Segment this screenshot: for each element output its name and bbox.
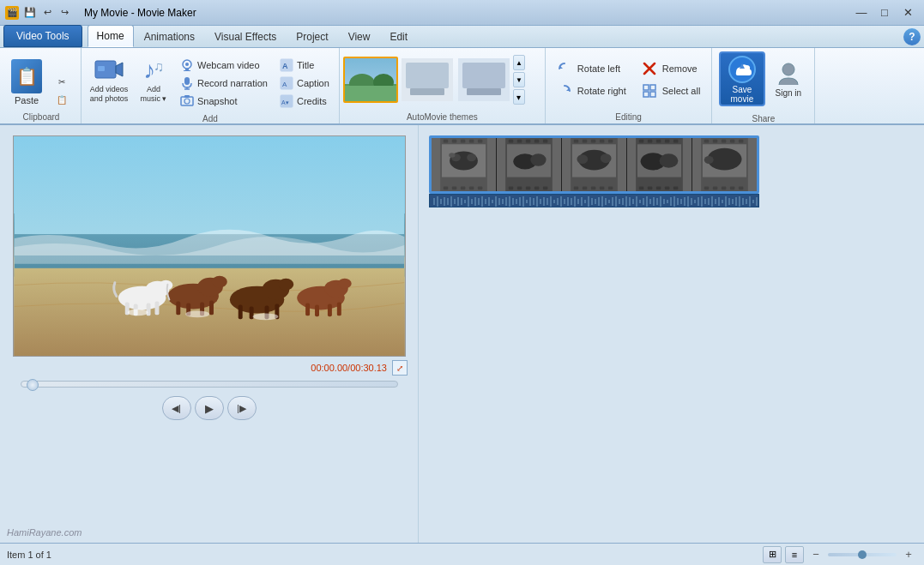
video-strip[interactable] — [429, 135, 759, 194]
svg-rect-119 — [591, 187, 595, 190]
status-item-count: Item 1 of 1 — [7, 550, 51, 560]
maximize-button[interactable]: □ — [873, 4, 896, 21]
caption-button[interactable]: A Caption — [275, 75, 334, 92]
close-button[interactable]: ✕ — [897, 4, 919, 21]
add-section-label: Add — [87, 111, 334, 123]
svg-rect-102 — [509, 187, 513, 190]
record-narration-button[interactable]: Record narration — [176, 75, 272, 92]
svg-rect-118 — [583, 187, 587, 190]
sign-in-button[interactable]: Sign in — [769, 51, 808, 106]
tab-animations[interactable]: Animations — [135, 26, 204, 47]
scrubber-bar[interactable] — [21, 381, 398, 388]
svg-rect-134 — [665, 187, 669, 190]
zoom-thumb[interactable] — [858, 550, 867, 559]
svg-rect-141 — [713, 140, 717, 143]
save-movie-button[interactable]: Save movie — [719, 51, 765, 106]
title-button[interactable]: A Title — [275, 57, 334, 74]
main-content: 00:00.00/00:30.13 ⤢ ◀| ▶ |▶ — [0, 125, 924, 543]
add-music-button[interactable]: ♪ ♫ Addmusic ▾ — [135, 51, 172, 106]
svg-point-13 — [184, 99, 190, 104]
snapshot-button[interactable]: Snapshot — [176, 93, 272, 110]
webcam-icon — [180, 58, 194, 72]
svg-rect-73 — [336, 302, 341, 316]
tab-view[interactable]: View — [339, 26, 380, 47]
horses-scene — [14, 136, 405, 356]
sign-in-icon — [775, 61, 802, 88]
step-back-button[interactable]: ◀| — [162, 396, 191, 420]
svg-rect-9 — [184, 77, 190, 85]
svg-rect-131 — [639, 187, 643, 190]
zoom-in-button[interactable]: + — [900, 546, 917, 563]
sign-in-label: Sign in — [776, 88, 802, 98]
redo-icon[interactable]: ↪ — [57, 5, 72, 21]
tab-edit[interactable]: Edit — [380, 26, 417, 47]
film-frame-1 — [432, 138, 497, 191]
theme-2[interactable] — [400, 57, 455, 103]
title-label: Title — [297, 60, 314, 70]
svg-rect-71 — [315, 304, 319, 316]
svg-rect-88 — [444, 187, 448, 190]
tab-video-tools[interactable]: Video Tools — [3, 25, 82, 47]
webcam-button[interactable]: Webcam video — [176, 57, 272, 74]
svg-rect-30 — [462, 63, 505, 88]
watermark: HamiRayane.com — [7, 527, 82, 538]
undo-icon[interactable]: ↩ — [39, 5, 55, 21]
svg-rect-145 — [704, 187, 709, 190]
theme-3[interactable] — [456, 57, 511, 103]
expand-preview-button[interactable]: ⤢ — [392, 360, 408, 376]
rotate-left-button[interactable]: Rotate left — [553, 58, 631, 79]
paste-icon: 📋 — [11, 59, 42, 93]
microphone-icon — [180, 76, 194, 90]
rotate-right-button[interactable]: Rotate right — [553, 81, 631, 101]
editing-section: Rotate left Rotate right — [546, 48, 713, 123]
svg-rect-142 — [722, 140, 726, 143]
select-all-button[interactable]: Select all — [637, 81, 705, 101]
themes-scroll-up[interactable]: ▲ — [513, 55, 525, 70]
svg-rect-148 — [730, 187, 734, 190]
add-content: Add videosand photos ♪ ♫ Addmusic ▾ — [87, 51, 334, 110]
snapshot-label: Snapshot — [197, 96, 237, 106]
status-bar: Item 1 of 1 ⊞ ≡ − + — [0, 543, 924, 565]
theme-landscape[interactable] — [343, 57, 398, 103]
svg-rect-14 — [184, 95, 190, 98]
svg-rect-8 — [184, 70, 190, 71]
help-button[interactable]: ? — [903, 28, 921, 45]
scrubber-handle[interactable] — [27, 379, 39, 391]
add-videos-button[interactable]: Add videosand photos — [87, 51, 131, 106]
share-content: Save movie Sign in — [719, 51, 808, 106]
svg-rect-135 — [673, 187, 678, 190]
play-button[interactable]: ▶ — [195, 396, 224, 420]
share-label: Share — [752, 111, 776, 123]
copy-button[interactable]: 📋 — [48, 91, 75, 108]
remove-button[interactable]: Remove — [637, 58, 705, 79]
svg-point-75 — [185, 310, 209, 317]
svg-rect-150 — [430, 195, 759, 207]
svg-rect-112 — [574, 140, 578, 143]
svg-point-6 — [185, 63, 189, 66]
storyboard-view-button[interactable]: ⊞ — [763, 546, 782, 563]
cut-button[interactable]: ✂ — [48, 73, 75, 90]
save-icon[interactable]: 💾 — [22, 5, 38, 21]
svg-rect-63 — [238, 304, 242, 319]
svg-marker-1 — [116, 63, 123, 76]
title-bar-left: 🎬 💾 ↩ ↪ My Movie - Movie Maker — [5, 5, 196, 21]
svg-rect-99 — [526, 140, 530, 143]
paste-button[interactable]: 📋 Paste — [7, 53, 46, 108]
tab-visual-effects[interactable]: Visual Effects — [205, 26, 286, 47]
credits-button[interactable]: A▾ Credits — [275, 93, 334, 110]
svg-rect-105 — [534, 187, 539, 190]
zoom-slider[interactable] — [828, 553, 897, 556]
svg-rect-64 — [249, 306, 253, 319]
step-forward-button[interactable]: |▶ — [227, 396, 257, 420]
tab-project[interactable]: Project — [287, 26, 337, 47]
themes-expand[interactable]: ▾ — [513, 89, 525, 105]
clipboard-small-buttons: ✂ 📋 — [48, 53, 75, 108]
rotate-left-label: Rotate left — [577, 63, 620, 74]
waveform-svg — [430, 195, 759, 207]
tab-home[interactable]: Home — [88, 25, 134, 47]
minimize-button[interactable]: — — [850, 4, 873, 21]
themes-scroll-down[interactable]: ▼ — [513, 72, 525, 87]
svg-rect-31 — [467, 88, 501, 95]
timeline-view-button[interactable]: ≡ — [785, 546, 804, 563]
zoom-out-button[interactable]: − — [807, 546, 824, 563]
